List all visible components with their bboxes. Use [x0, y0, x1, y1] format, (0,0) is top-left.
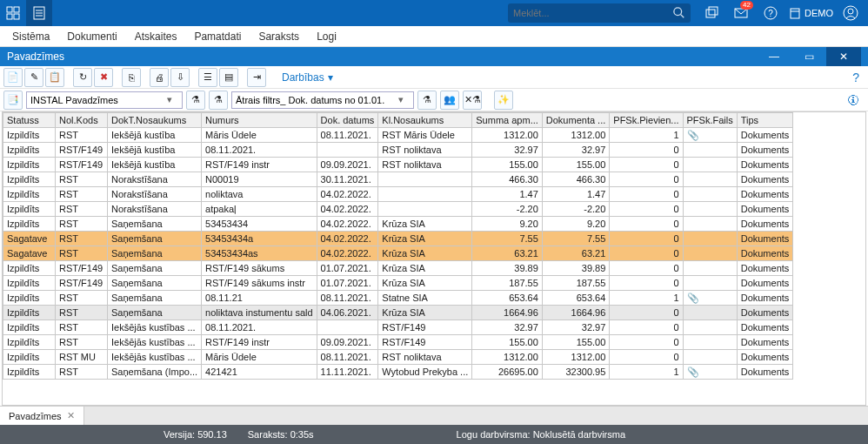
column-header[interactable]: Numurs: [202, 113, 317, 128]
table-row[interactable]: IzpildītsRSTNorakstīšanaN0001930.11.2021…: [3, 172, 793, 187]
demo-button[interactable]: DEMO: [788, 6, 833, 20]
svg-rect-1: [14, 7, 19, 12]
apps-icon[interactable]: [0, 0, 26, 26]
print-icon[interactable]: 🖨: [150, 68, 169, 87]
table-row[interactable]: IzpildītsRSTSaņemšana (Impo...42142111.1…: [3, 365, 793, 380]
mail-icon[interactable]: 42: [729, 1, 753, 25]
search-input[interactable]: [513, 8, 673, 18]
column-header[interactable]: Tips: [737, 113, 793, 128]
new-icon[interactable]: 📄: [3, 68, 23, 87]
apply-filter-icon[interactable]: ⚗: [417, 91, 437, 110]
filter1-icon[interactable]: ⚗: [186, 91, 205, 110]
wand-icon[interactable]: ✨: [494, 91, 513, 110]
attachment-icon: 📎: [683, 128, 737, 143]
mail-badge: 42: [740, 1, 753, 10]
menubar: SistēmaDokumentiAtskaitesPamatdatiSaraks…: [0, 26, 868, 47]
svg-rect-10: [706, 10, 715, 17]
close-tab-icon[interactable]: ✕: [67, 410, 75, 421]
indent-icon[interactable]: ⇥: [247, 68, 266, 87]
table-row[interactable]: IzpildītsRSTSaņemšana08.11.2108.11.2021.…: [3, 291, 793, 306]
global-search[interactable]: [508, 3, 691, 23]
attachment-icon: 📎: [683, 365, 737, 380]
table-row[interactable]: IzpildītsRSTNorakstīšanaatpakaļ04.02.202…: [3, 202, 793, 217]
tab-bar: Pavadzīmes ✕: [0, 406, 868, 425]
filter-toolbar: 📑 ▾ ⚗ ⚗ ▾ ⚗ 👥 ✕⚗ ✨ 🛈: [0, 89, 868, 111]
table-row[interactable]: IzpildītsRST/F149SaņemšanaRST/F149 sākum…: [3, 261, 793, 276]
export-icon[interactable]: ⇩: [170, 68, 190, 87]
maximize-button[interactable]: ▭: [791, 47, 826, 66]
column-header[interactable]: PFSk.Fails: [683, 113, 737, 128]
svg-line-9: [681, 15, 684, 18]
detail-view-icon[interactable]: ▤: [219, 68, 238, 87]
table-row[interactable]: SagataveRSTSaņemšana53453434a04.02.2022.…: [3, 232, 793, 246]
table-row[interactable]: IzpildītsRSTNorakstīšananoliktava04.02.2…: [3, 187, 793, 202]
list-view-icon[interactable]: ☰: [198, 68, 217, 87]
svg-rect-3: [14, 14, 19, 19]
table-row[interactable]: IzpildītsRST/F149Iekšējā kustībaRST/F149…: [3, 158, 793, 172]
table-row[interactable]: IzpildītsRSTSaņemšana5345343404.02.2022.…: [3, 217, 793, 232]
windows-icon[interactable]: [699, 1, 724, 25]
window-title-bar: Pavadzīmes — ▭ ✕: [0, 47, 868, 66]
tab-pavadzimes[interactable]: Pavadzīmes ✕: [0, 407, 84, 425]
properties-icon[interactable]: 📋: [45, 68, 64, 87]
table-row[interactable]: IzpildītsRST/F149SaņemšanaRST/F149 sākum…: [3, 276, 793, 291]
column-header[interactable]: DokT.Nosaukums: [108, 113, 202, 128]
minimize-button[interactable]: —: [757, 47, 791, 66]
status-timer: Saraksts: 0:35s: [248, 429, 314, 440]
svg-rect-2: [7, 14, 12, 19]
table-row[interactable]: IzpildītsRSTIekšējās kustības ...08.11.2…: [3, 320, 793, 335]
column-header[interactable]: Summa apm...: [472, 113, 543, 128]
refresh-icon[interactable]: ↻: [73, 68, 92, 87]
window-title: Pavadzīmes: [7, 50, 64, 63]
menu-sistēma[interactable]: Sistēma: [3, 28, 58, 45]
table-row[interactable]: IzpildītsRST MUIekšējās kustības ...Māri…: [3, 350, 793, 365]
help-context-icon[interactable]: ?: [852, 71, 865, 84]
table-row[interactable]: IzpildītsRSTIekšējā kustībaMāris Ūdele08…: [3, 128, 793, 143]
svg-point-17: [844, 6, 858, 20]
svg-text:?: ?: [768, 9, 773, 18]
menu-dokumenti[interactable]: Dokumenti: [58, 28, 125, 45]
edit-icon[interactable]: ✎: [24, 68, 43, 87]
svg-point-8: [674, 8, 682, 16]
column-header[interactable]: PFSk.Pievien...: [610, 113, 683, 128]
table-row[interactable]: IzpildītsRSTIekšējās kustības ...RST/F14…: [3, 335, 793, 350]
titlebar: 42 ? DEMO: [0, 0, 868, 26]
filter2-icon[interactable]: ⚗: [209, 91, 228, 110]
status-workspace: Logu darbvirsma: Noklusētā darbvirsma: [457, 429, 625, 440]
views-icon[interactable]: 📑: [3, 91, 23, 110]
menu-pamatdati[interactable]: Pamatdati: [185, 28, 250, 45]
column-header[interactable]: Dokumenta ...: [542, 113, 609, 128]
table-row[interactable]: SagataveRSTSaņemšana53453434as04.02.2022…: [3, 246, 793, 261]
form-icon[interactable]: [26, 0, 52, 26]
group-icon[interactable]: 👥: [440, 91, 459, 110]
chevron-down-icon[interactable]: ▾: [394, 94, 408, 105]
view-input[interactable]: [27, 92, 163, 108]
close-button[interactable]: ✕: [826, 47, 861, 66]
column-header[interactable]: Kl.Nosaukums: [378, 113, 472, 128]
delete-icon[interactable]: ✖: [94, 68, 113, 87]
help-icon[interactable]: ?: [758, 1, 783, 25]
filter-selector[interactable]: ▾: [231, 91, 414, 109]
column-header[interactable]: Dok. datums: [317, 113, 378, 128]
help-filter-icon[interactable]: 🛈: [847, 93, 865, 107]
column-header[interactable]: Statuss: [3, 113, 56, 128]
actions-dropdown[interactable]: Darbības ▾: [275, 70, 340, 85]
menu-logi[interactable]: Logi: [308, 28, 345, 45]
svg-point-18: [848, 9, 853, 14]
copy-icon[interactable]: ⎘: [122, 68, 141, 87]
table-row[interactable]: IzpildītsRSTSaņemšananoliktava instument…: [3, 306, 793, 320]
attachment-icon: 📎: [683, 291, 737, 306]
column-header[interactable]: Nol.Kods: [56, 113, 108, 128]
filter-input[interactable]: [232, 92, 394, 108]
svg-rect-0: [7, 7, 12, 12]
menu-atskaites[interactable]: Atskaites: [126, 28, 186, 45]
tab-label: Pavadzīmes: [9, 411, 62, 421]
menu-saraksts[interactable]: Saraksts: [250, 28, 308, 45]
view-selector[interactable]: ▾: [26, 91, 183, 109]
clear-filter-icon[interactable]: ✕⚗: [463, 91, 482, 110]
table-row[interactable]: IzpildītsRST/F149Iekšējā kustība08.11.20…: [3, 143, 793, 158]
search-icon[interactable]: [673, 7, 685, 19]
user-icon[interactable]: [838, 1, 863, 25]
data-grid[interactable]: StatussNol.KodsDokT.NosaukumsNumursDok. …: [2, 111, 866, 406]
chevron-down-icon[interactable]: ▾: [163, 94, 177, 105]
